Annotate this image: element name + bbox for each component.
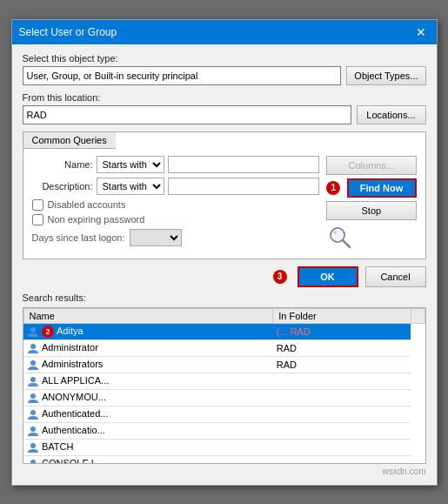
desc-value-input[interactable] [168, 178, 320, 195]
table-row[interactable]: ANONYMOU... [23, 389, 425, 406]
name-value-input[interactable] [168, 156, 320, 173]
find-now-button[interactable]: Find Now [347, 178, 417, 198]
results-scroll[interactable]: Name In Folder 2Aditya(... RADAdministra… [23, 307, 426, 464]
disabled-accounts-checkbox[interactable] [32, 199, 43, 211]
days-label: Days since last logon: [32, 232, 125, 243]
search-icon [326, 224, 354, 252]
columns-button[interactable]: Columns... [326, 156, 416, 175]
svg-point-4 [30, 327, 36, 333]
table-row[interactable]: AdministratorsRAD [23, 356, 425, 373]
stop-button[interactable]: Stop [326, 201, 416, 220]
step1-badge: 1 [326, 181, 340, 195]
desc-field-row: Description: Starts with [32, 178, 320, 195]
col-spacer [411, 308, 425, 323]
results-table: Name In Folder 2Aditya(... RADAdministra… [23, 308, 425, 464]
search-results-label: Search results: [23, 292, 426, 305]
table-row[interactable]: Authenticated... [23, 406, 425, 422]
nonexpiring-label: Non expiring password [48, 214, 145, 225]
col-folder-header: In Folder [273, 308, 411, 323]
svg-point-11 [30, 443, 36, 448]
location-row: Locations... [23, 105, 426, 124]
svg-point-6 [30, 360, 36, 366]
table-row[interactable]: BATCH [23, 440, 425, 456]
name-filter-select[interactable]: Starts with [97, 156, 164, 173]
table-row[interactable]: Authenticatio... [23, 423, 425, 440]
right-buttons: Columns... 1 Find Now Stop [319, 156, 416, 252]
table-row[interactable]: AdministratorRAD [23, 339, 425, 356]
location-label: From this location: [23, 92, 426, 103]
location-input[interactable] [23, 105, 351, 124]
cancel-button[interactable]: Cancel [365, 266, 426, 287]
locations-button[interactable]: Locations... [357, 105, 426, 124]
table-row[interactable]: 2Aditya(... RAD [23, 323, 425, 339]
watermark: wsxdn.com [23, 467, 426, 476]
col-name-header: Name [23, 308, 273, 323]
days-select[interactable] [130, 229, 182, 246]
title-bar: Select User or Group ✕ [12, 20, 437, 44]
disabled-accounts-label: Disabled accounts [48, 199, 126, 210]
svg-point-12 [30, 460, 36, 463]
svg-point-10 [30, 427, 36, 432]
svg-line-1 [343, 240, 350, 247]
name-field-row: Name: Starts with [32, 156, 320, 173]
close-button[interactable]: ✕ [412, 25, 430, 39]
svg-point-8 [30, 393, 36, 399]
ok-cancel-row: 3 OK Cancel [23, 266, 426, 287]
object-type-row: Object Types... [23, 66, 426, 85]
svg-point-5 [30, 344, 36, 349]
object-types-button[interactable]: Object Types... [346, 66, 425, 85]
ok-button[interactable]: OK [298, 266, 358, 287]
desc-label: Description: [32, 181, 93, 192]
name-label: Name: [32, 159, 93, 170]
disabled-accounts-row: Disabled accounts [32, 199, 320, 211]
common-queries-tab[interactable]: Common Queries [23, 132, 116, 149]
nonexpiring-row: Non expiring password [32, 214, 320, 225]
dialog-title: Select User or Group [19, 26, 117, 38]
dialog-body: Select this object type: Object Types...… [12, 44, 437, 485]
select-user-dialog: Select User or Group ✕ Select this objec… [11, 19, 438, 486]
table-row[interactable]: ALL APPLICA... [23, 373, 425, 389]
queries-right: Name: Starts with Description: Starts wi… [32, 156, 417, 252]
object-type-label: Select this object type: [23, 53, 426, 64]
search-results-area: Search results: Name In Folder 2Aditya(.… [23, 292, 426, 464]
nonexpiring-checkbox[interactable] [32, 214, 43, 225]
queries-content: Name: Starts with Description: Starts wi… [23, 149, 425, 259]
common-queries-box: Common Queries Name: Starts with [23, 131, 426, 259]
days-row: Days since last logon: [32, 229, 320, 246]
step3-badge: 3 [273, 270, 287, 284]
queries-fields: Name: Starts with Description: Starts wi… [32, 156, 320, 252]
table-row[interactable]: CONSOLE L... [23, 456, 425, 464]
object-type-input[interactable] [23, 66, 342, 85]
svg-point-9 [30, 410, 36, 415]
svg-point-3 [333, 231, 337, 234]
desc-filter-select[interactable]: Starts with [97, 178, 164, 195]
svg-point-7 [30, 377, 36, 382]
